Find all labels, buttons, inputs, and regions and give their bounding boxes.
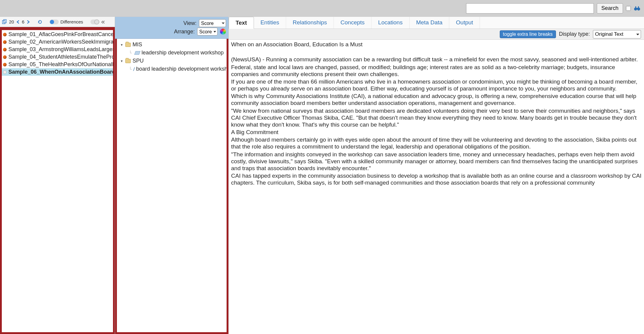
folder-icon xyxy=(125,43,131,47)
differences-label: Differences xyxy=(60,19,83,24)
file-item-label: Sample_04_StudentAthletesEmulateTheProsI… xyxy=(8,54,113,60)
tab-text[interactable]: Text xyxy=(229,17,254,29)
document-paragraph: "We know from national surveys that asso… xyxy=(231,107,642,128)
color-palette-icon[interactable] xyxy=(220,29,226,35)
file-item[interactable]: Sample_05_TheHealthPerksOfOurNationalPar… xyxy=(2,61,113,68)
display-bar: toggle extra line breaks Display type: O… xyxy=(229,29,644,40)
file-toolbar: 20 6 Differences « xyxy=(0,17,115,27)
document-paragraph: A Big Commitment xyxy=(231,129,642,136)
file-status-dot-icon xyxy=(3,33,7,36)
file-item[interactable]: Sample_04_StudentAthletesEmulateTheProsI… xyxy=(2,53,113,61)
tree-panel-header: View: Score Arrange: Score xyxy=(115,17,228,39)
blank-line xyxy=(231,48,642,55)
search-option-checkbox[interactable] xyxy=(626,6,631,11)
detail-panel: TextEntitiesRelationshipsConceptsLocatio… xyxy=(229,17,644,334)
tree-node-label: SPU xyxy=(133,58,144,64)
document-paragraph: "The information and insights conveyed i… xyxy=(231,151,642,172)
refresh-icon[interactable] xyxy=(38,20,42,24)
file-count-a: 20 xyxy=(9,19,14,24)
tab-meta-data[interactable]: Meta Data xyxy=(410,17,450,29)
file-item-label: Sample_02_AmericanWorkersSeekImmigration… xyxy=(8,39,113,45)
tree-node-label: MIS xyxy=(133,41,142,48)
tag-icon xyxy=(133,67,135,71)
tab-concepts[interactable]: Concepts xyxy=(334,17,371,29)
document-paragraph: Although board members certainly go in w… xyxy=(231,136,642,150)
next-icon[interactable] xyxy=(26,20,30,24)
document-paragraph: (NewsUSA) - Running a community associat… xyxy=(231,56,642,63)
document-text[interactable]: When on an Association Board, Education … xyxy=(229,40,644,334)
file-count-b: 6 xyxy=(22,19,24,24)
toggle-line-breaks-button[interactable]: toggle extra line breaks xyxy=(500,30,556,38)
file-item-label: Sample_03_ArmstrongWilliamsLeadsLargestM… xyxy=(8,46,113,53)
differences-toggle-right[interactable] xyxy=(90,20,99,24)
file-status-dot-icon xyxy=(3,55,7,59)
tree-expander-icon[interactable]: ▾ xyxy=(120,59,124,63)
tree-branch-icon: └ xyxy=(129,67,132,72)
copy-icon[interactable] xyxy=(2,19,7,25)
tree-folder[interactable]: ▾SPU xyxy=(118,57,225,65)
view-label: View: xyxy=(183,20,197,26)
file-item-label: Sample_05_TheHealthPerksOfOurNationalPar… xyxy=(8,61,113,68)
folder-icon xyxy=(125,59,131,63)
search-button[interactable]: Search xyxy=(597,3,623,14)
file-item[interactable]: Sample_02_AmericanWorkersSeekImmigration… xyxy=(2,38,113,46)
binoculars-icon[interactable] xyxy=(634,5,640,12)
file-status-dot-icon xyxy=(3,40,7,44)
file-status-dot-icon xyxy=(3,63,7,66)
collapse-panel-icon[interactable]: « xyxy=(101,18,105,26)
tab-output[interactable]: Output xyxy=(449,17,480,29)
file-status-dot-icon xyxy=(3,70,7,74)
differences-toggle-left[interactable] xyxy=(50,20,59,24)
tree-leaf[interactable]: └leadership development workshop xyxy=(118,49,225,57)
file-item[interactable]: Sample_01_AflacGoesPinkForBreastCancerAw… xyxy=(2,31,113,38)
document-paragraph: CAI has tapped experts in the community … xyxy=(231,172,642,186)
svg-rect-4 xyxy=(636,8,638,9)
arrange-label: Arrange: xyxy=(174,29,195,35)
display-type-select[interactable]: Original Text xyxy=(593,30,641,38)
tree-leaf[interactable]: └board leadership development workshop xyxy=(118,65,225,73)
detail-tabs: TextEntitiesRelationshipsConceptsLocatio… xyxy=(229,17,644,29)
view-select[interactable]: Score xyxy=(199,19,226,27)
svg-rect-2 xyxy=(635,6,636,8)
file-item-label: Sample_06_WhenOnAnAssociationBoardEduc xyxy=(8,69,113,75)
file-status-dot-icon xyxy=(3,48,7,51)
tag-icon xyxy=(134,51,140,55)
svg-rect-3 xyxy=(638,6,639,8)
document-title: When on an Association Board, Education … xyxy=(231,41,642,48)
prev-icon[interactable] xyxy=(16,20,20,24)
file-panel: 20 6 Differences « Sample_01_AflacGoesPi… xyxy=(0,17,115,334)
tab-relationships[interactable]: Relationships xyxy=(286,17,334,29)
tab-entities[interactable]: Entities xyxy=(254,17,286,29)
tree-folder[interactable]: ▾MIS xyxy=(118,41,225,49)
tree-node-label: leadership development workshop xyxy=(142,50,224,56)
concept-tree: ▾MIS└leadership development workshop▾SPU… xyxy=(115,39,228,334)
file-list: Sample_01_AflacGoesPinkForBreastCancerAw… xyxy=(0,27,115,334)
document-paragraph: Federal, state and local laws are change… xyxy=(231,64,642,78)
tree-node-label: board leadership development workshop xyxy=(136,66,228,72)
file-item[interactable]: Sample_03_ArmstrongWilliamsLeadsLargestM… xyxy=(2,46,113,53)
file-item-label: Sample_01_AflacGoesPinkForBreastCancerAw… xyxy=(8,31,113,38)
tree-branch-icon: └ xyxy=(129,51,133,55)
search-input[interactable] xyxy=(466,3,594,14)
file-item[interactable]: Sample_06_WhenOnAnAssociationBoardEduc xyxy=(2,68,113,76)
document-paragraph: If you are one of the more than 66 milli… xyxy=(231,78,642,92)
tab-locations[interactable]: Locations xyxy=(371,17,409,29)
top-search-bar: Search xyxy=(0,0,644,17)
tree-panel: View: Score Arrange: Score ▾MIS└leadersh… xyxy=(115,17,229,334)
display-type-label: Display type: xyxy=(559,31,590,37)
arrange-select[interactable]: Score xyxy=(197,28,218,35)
document-paragraph: Which is why Community Associations Inst… xyxy=(231,93,642,106)
tree-expander-icon[interactable]: ▾ xyxy=(120,43,124,47)
